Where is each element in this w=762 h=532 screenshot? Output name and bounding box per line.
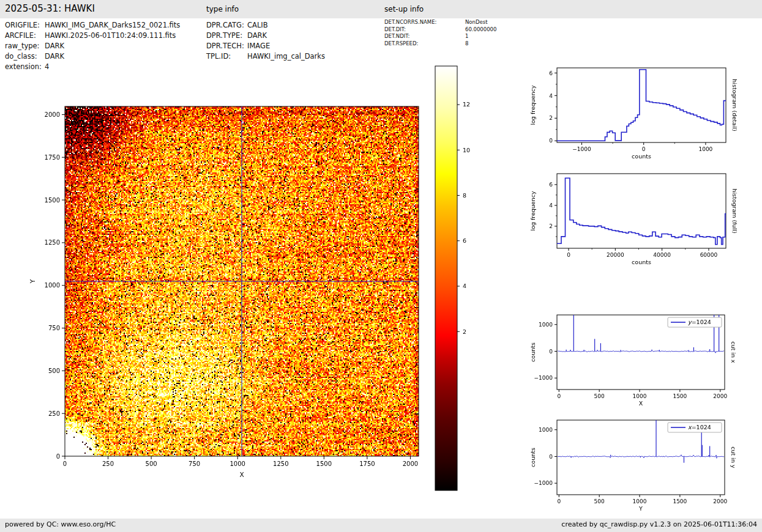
field-value: 8 [465,40,468,46]
tick-label: 0 [557,498,561,504]
colorbar-tick-label: 4 [463,283,466,289]
x-axis-label: counts [632,153,651,160]
tick-label: 1500 [45,197,60,204]
info-row: DPR.TECH:IMAGE [206,41,325,51]
field-label: DET.DIT: [384,26,465,34]
info-row: ORIGFILE:HAWKI_IMG_DARK_Darks152_0021.fi… [5,20,180,31]
legend-box [668,317,722,327]
tick-label: 1750 [45,154,60,161]
tick-label: 0 [549,454,553,460]
tick-label: 0 [549,138,553,144]
tick-label: 1000 [539,322,553,328]
tick-label: 40000 [653,252,671,258]
info-row: raw_type:DARK [5,41,180,51]
colorbar-tick-label: 2 [463,328,466,335]
tick-label: 750 [48,325,60,331]
tick-label: 1000 [633,393,647,399]
info-row: DET.NCORRS.NAME:NonDest [384,19,496,26]
info-row: DPR.TYPE:DARK [206,31,325,41]
right-axis-label: histogram (detail) [731,79,738,131]
histogram-series [557,70,726,141]
tick-label: 6 [549,70,553,76]
field-value: HAWKI.2025-06-01T10:24:09.111.fits [45,31,176,40]
colorbar-tick-label: 12 [463,101,470,108]
tick-label: 2000 [45,111,60,118]
field-value: CALIB [247,21,268,29]
tick-label: −1000 [534,480,553,486]
tick-label: −1000 [534,375,553,381]
tick-label: 1000 [539,427,553,433]
histogram-series [557,178,726,244]
field-label: extension: [5,62,45,72]
legend-box [668,423,722,432]
right-axis-label: cut in x [730,341,737,363]
tick-label: 2000 [403,460,418,467]
x-axis-label: Y [638,505,643,512]
plot-frame-cut-x [557,315,725,390]
field-label: ARCFILE: [5,31,45,41]
field-label: DPR.TECH: [206,41,247,51]
file-info-block: ORIGFILE:HAWKI_IMG_DARK_Darks152_0021.fi… [5,20,180,72]
type-info-header: type info [206,5,239,13]
tick-label: 1250 [273,460,288,467]
colorbar-gradient [435,66,457,490]
tick-label: 1000 [633,498,647,504]
tick-label: 4 [549,93,553,99]
tick-label: 20000 [607,252,624,258]
page-title: 2025-05-31: HAWKI [5,3,95,14]
colorbar-tick-label: 10 [463,147,470,153]
field-label: DET.NDIT: [384,33,465,40]
tick-label: 500 [594,498,605,504]
colorbar-tick-label: 8 [463,192,466,199]
info-row: DET.RSPEED:8 [384,40,496,48]
tick-label: −1000 [572,146,591,152]
title-bar: 2025-05-31: HAWKI type info set-up info [0,0,762,18]
info-row: TPL.ID:HAWKI_img_cal_Darks [206,51,325,62]
info-row: extension:4 [5,62,180,72]
plot-frame-cut-y [557,420,725,495]
setup-info-header: set-up info [384,5,424,13]
y-axis-label: log frequency [529,85,536,125]
tick-label: 0 [549,349,553,355]
field-value: DARK [45,52,64,61]
y-axis-label: Y [29,279,36,284]
field-label: DPR.TYPE: [206,31,247,41]
info-row: do_class:DARK [5,51,180,62]
footer-powered-by: powered by QC: www.eso.org/HC [5,520,116,528]
tick-label: 500 [48,368,60,374]
field-value: 60.0000000 [465,26,496,32]
tick-label: 0 [567,252,570,258]
field-value: DARK [45,42,64,50]
tick-label: 6 [549,182,553,188]
y-axis-label: log frequency [529,191,536,231]
field-value: HAWKI_IMG_DARK_Darks152_0021.fits [45,21,180,29]
info-row: DET.DIT:60.0000000 [384,26,496,34]
tick-label: 4 [549,202,553,209]
right-axis-label: histogram (full) [731,188,738,233]
x-axis-label: counts [632,259,651,265]
x-axis-label: X [239,471,244,478]
legend-label: x=1024 [688,424,711,430]
legend-label: y=1024 [688,319,711,325]
field-value: HAWKI_img_cal_Darks [247,52,325,61]
tick-label: 500 [594,393,605,399]
tick-label: 0 [557,393,561,399]
tick-label: 2000 [713,393,727,399]
tick-label: 2000 [713,498,727,504]
tick-label: 2 [549,115,553,121]
tick-label: 0 [642,146,646,152]
qc-report-page: 2025-05-31: HAWKI type info set-up info … [0,0,762,532]
right-axis-label: cut in y [730,446,737,468]
info-row: DET.NDIT:1 [384,33,496,40]
info-row: DPR.CATG:CALIB [206,20,325,31]
field-value: 1 [465,33,468,39]
field-label: DET.RSPEED: [384,40,465,48]
tick-label: 1000 [230,460,245,467]
tick-label: 0 [56,453,60,460]
field-value: DARK [247,31,267,40]
y-axis-label: counts [529,342,536,362]
field-value: IMAGE [247,42,270,50]
tick-label: 1000 [698,146,712,152]
tick-label: 1750 [359,460,375,467]
tick-label: 2 [549,223,553,229]
